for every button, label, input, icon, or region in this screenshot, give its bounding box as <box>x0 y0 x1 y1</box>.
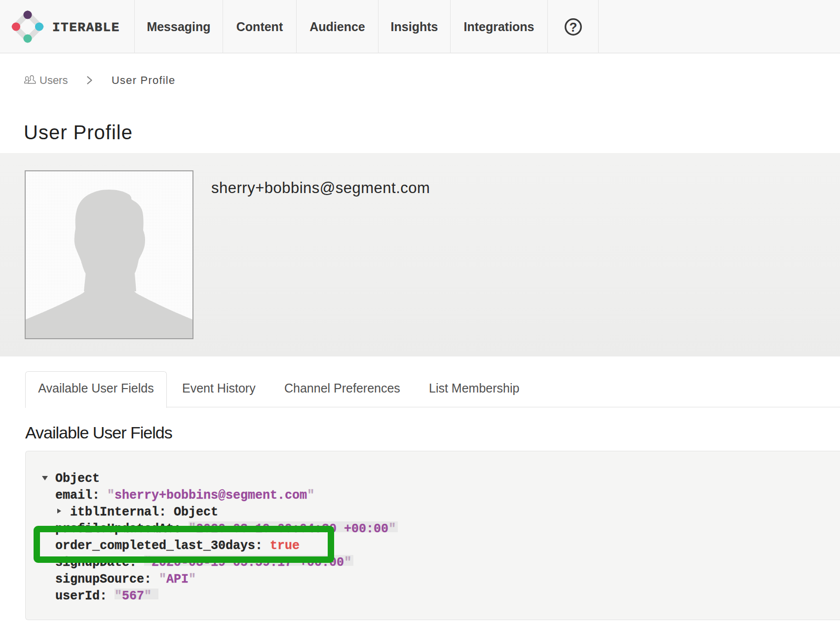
svg-text:?: ? <box>569 19 577 34</box>
